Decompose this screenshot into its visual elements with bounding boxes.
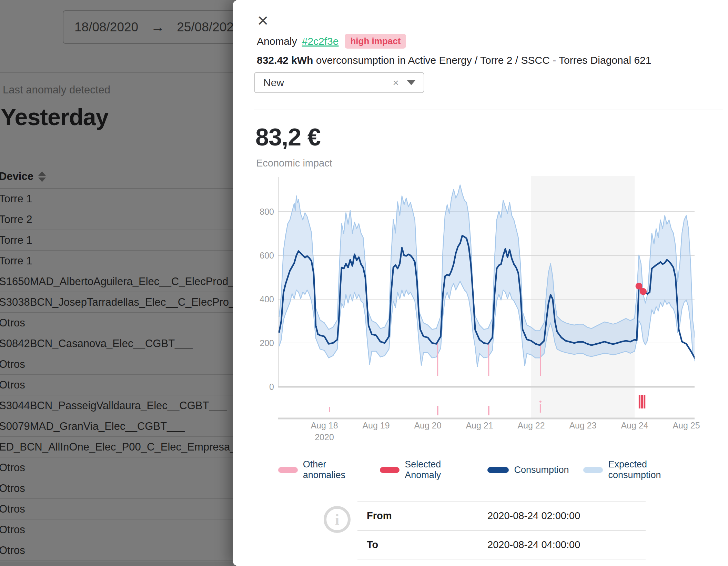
detail-row-from: From 2020-08-24 02:00:00 — [357, 501, 646, 530]
detail-row-to: To 2020-08-24 04:00:00 — [357, 530, 646, 559]
consumption-chart: 0200400600800Aug 182020Aug 19Aug 20Aug 2… — [233, 174, 728, 446]
selected-anomaly-point — [636, 283, 643, 290]
anomaly-summary: 832.42 kWh overconsumption in Active Ene… — [257, 54, 651, 66]
to-value: 2020-08-24 04:00:00 — [487, 539, 580, 550]
app-screen: 18/08/2020 → 25/08/2020 Last anomaly det… — [0, 0, 728, 566]
x-tick-label: Aug 21 — [466, 421, 493, 430]
y-tick-label: 400 — [260, 294, 274, 304]
chart-svg: 0200400600800Aug 182020Aug 19Aug 20Aug 2… — [233, 174, 728, 446]
status-select-value: New — [263, 77, 393, 89]
legend-swatch — [583, 467, 603, 473]
status-select[interactable]: New × — [254, 72, 424, 93]
legend-label: Expected consumption — [608, 459, 695, 481]
x-tick-label: Aug 18 — [311, 421, 338, 430]
from-value: 2020-08-24 02:00:00 — [487, 510, 580, 522]
legend-label: Other anomalies — [303, 459, 366, 481]
legend-label: Consumption — [514, 465, 569, 475]
x-tick-label: Aug 19 — [362, 421, 390, 430]
x-tick-label: Aug 23 — [569, 421, 596, 430]
impact-badge: high impact — [345, 34, 406, 49]
modal-divider — [254, 110, 723, 110]
from-label: From — [357, 510, 487, 522]
clear-icon[interactable]: × — [393, 77, 399, 89]
detail-table: From 2020-08-24 02:00:00 To 2020-08-24 0… — [357, 501, 646, 559]
to-label: To — [357, 539, 487, 550]
legend-label: Selected Anomaly — [405, 459, 473, 481]
y-tick-label: 200 — [260, 338, 274, 348]
anomaly-summary-kwh: 832.42 kWh — [257, 54, 313, 66]
x-tick-label: Aug 22 — [517, 421, 545, 430]
legend-item[interactable]: Selected Anomaly — [380, 459, 473, 481]
anomaly-id-link[interactable]: #2c2f3e — [302, 36, 339, 47]
anomaly-summary-text: overconsumption in Active Energy / Torre… — [313, 54, 651, 66]
economic-impact-value: 83,2 € — [255, 123, 321, 151]
legend-swatch — [487, 467, 509, 473]
y-tick-label: 0 — [269, 382, 274, 392]
legend-item[interactable]: Expected consumption — [583, 459, 695, 481]
economic-impact-label: Economic impact — [256, 158, 332, 169]
legend-swatch — [380, 467, 400, 473]
x-tick-label: Aug 20 — [414, 421, 441, 430]
x-tick-label: Aug 25 — [673, 421, 700, 430]
legend-item[interactable]: Consumption — [487, 465, 569, 475]
legend-swatch — [278, 467, 298, 473]
chart-legend: Other anomaliesSelected AnomalyConsumpti… — [278, 459, 695, 481]
anomaly-modal: ✕ Anomaly #2c2f3e high impact 832.42 kWh… — [233, 0, 728, 566]
y-tick-label: 600 — [260, 251, 274, 260]
chevron-down-icon — [407, 80, 415, 85]
modal-title-row: Anomaly #2c2f3e high impact — [257, 34, 406, 49]
legend-item[interactable]: Other anomalies — [278, 459, 365, 481]
y-tick-label: 800 — [260, 207, 274, 216]
anomaly-title-prefix: Anomaly — [257, 36, 297, 47]
close-icon[interactable]: ✕ — [257, 14, 269, 28]
selected-anomaly-point — [640, 288, 647, 295]
x-tick-sublabel: 2020 — [315, 432, 334, 442]
x-tick-label: Aug 24 — [621, 421, 648, 430]
info-icon: i — [324, 506, 351, 533]
